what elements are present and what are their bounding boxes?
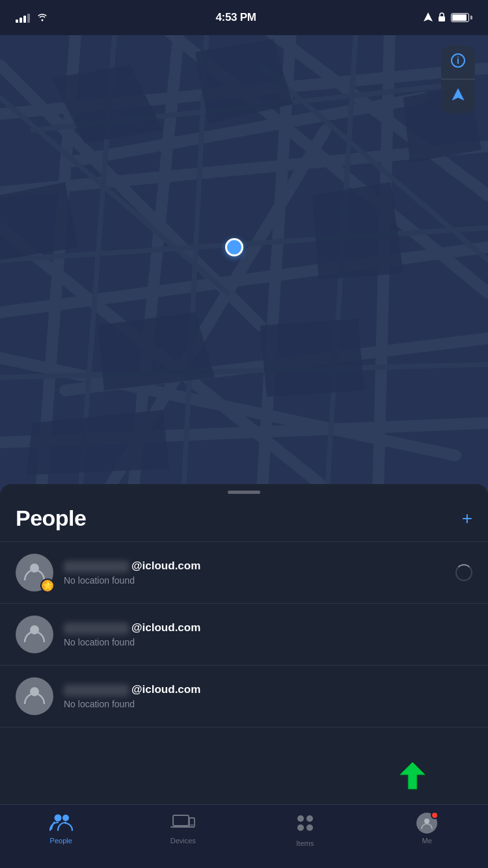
status-right — [424, 12, 472, 23]
person-status: No location found — [64, 575, 445, 586]
svg-marker-28 — [0, 182, 78, 260]
people-tab-icon — [49, 813, 73, 834]
person-name: @icloud.com — [64, 621, 472, 634]
green-arrow-icon — [396, 757, 429, 800]
user-location-dot — [225, 238, 243, 256]
avatar — [16, 616, 53, 653]
svg-point-46 — [297, 815, 304, 822]
tab-devices[interactable]: Devices — [122, 813, 245, 845]
status-time: 4:53 PM — [215, 11, 256, 24]
svg-point-50 — [424, 819, 429, 824]
email-domain: @icloud.com — [131, 683, 200, 696]
tab-devices-label: Devices — [170, 837, 196, 845]
svg-point-47 — [306, 815, 313, 822]
avatar-container: ⭐ — [16, 554, 53, 591]
list-item[interactable]: @icloud.com No location found — [0, 604, 488, 666]
me-tab-icon — [416, 813, 437, 834]
tab-me-label: Me — [422, 837, 432, 845]
avatar — [16, 677, 53, 715]
svg-point-49 — [306, 824, 313, 831]
star-badge: ⭐ — [40, 578, 55, 593]
lock-icon — [438, 12, 446, 23]
tab-people[interactable]: People — [0, 813, 122, 845]
map-svg — [0, 0, 488, 508]
tab-items-label: Items — [296, 839, 314, 847]
svg-text:i: i — [457, 55, 459, 66]
status-left — [16, 12, 48, 23]
svg-marker-29 — [312, 182, 403, 280]
signal-bars-icon — [16, 12, 30, 23]
svg-rect-42 — [173, 815, 189, 826]
person-name: @icloud.com — [64, 560, 445, 573]
loading-spinner — [455, 564, 472, 581]
items-tab-icon — [295, 813, 316, 836]
svg-point-41 — [62, 815, 69, 821]
notification-dot — [431, 811, 439, 819]
person-icon — [23, 621, 46, 648]
avatar-container — [16, 616, 53, 653]
add-person-button[interactable]: + — [462, 509, 472, 528]
name-blur — [64, 561, 129, 573]
person-info: @icloud.com No location found — [64, 621, 472, 647]
tab-people-label: People — [50, 837, 72, 845]
people-title: People — [16, 506, 86, 531]
list-item[interactable]: ⭐ @icloud.com No location found — [0, 542, 488, 604]
tab-items[interactable]: Items — [244, 813, 366, 847]
person-info: @icloud.com No location found — [64, 560, 445, 586]
tab-bar: People Devices Items — [0, 804, 488, 868]
person-status: No location found — [64, 637, 472, 647]
location-arrow-icon — [424, 12, 433, 23]
person-status: No location found — [64, 699, 472, 709]
map-controls: i — [441, 46, 475, 113]
map-area[interactable]: i — [0, 0, 488, 508]
svg-rect-0 — [439, 16, 445, 21]
email-domain: @icloud.com — [131, 560, 200, 572]
wifi-icon — [36, 12, 48, 23]
navigation-icon — [451, 87, 465, 105]
info-button[interactable]: i — [441, 46, 475, 79]
person-name: @icloud.com — [64, 683, 472, 696]
name-blur — [64, 623, 129, 634]
svg-marker-30 — [98, 312, 215, 390]
email-domain: @icloud.com — [131, 621, 200, 634]
info-icon: i — [450, 53, 466, 72]
svg-point-40 — [54, 815, 61, 822]
avatar-container — [16, 677, 53, 715]
svg-point-48 — [297, 824, 304, 831]
list-item[interactable]: @icloud.com No location found — [0, 666, 488, 727]
status-bar: 4:53 PM — [0, 0, 488, 35]
battery-icon — [451, 13, 472, 22]
people-header: People + — [0, 494, 488, 542]
devices-tab-icon — [170, 813, 195, 834]
svg-rect-44 — [189, 818, 195, 827]
location-button[interactable] — [441, 79, 475, 113]
person-icon — [23, 683, 46, 710]
people-list: ⭐ @icloud.com No location found — [0, 542, 488, 727]
tab-me[interactable]: Me — [366, 813, 489, 845]
me-avatar — [416, 813, 437, 834]
svg-marker-32 — [260, 319, 364, 397]
name-blur — [64, 685, 129, 696]
svg-marker-39 — [400, 762, 426, 789]
person-info: @icloud.com No location found — [64, 683, 472, 709]
